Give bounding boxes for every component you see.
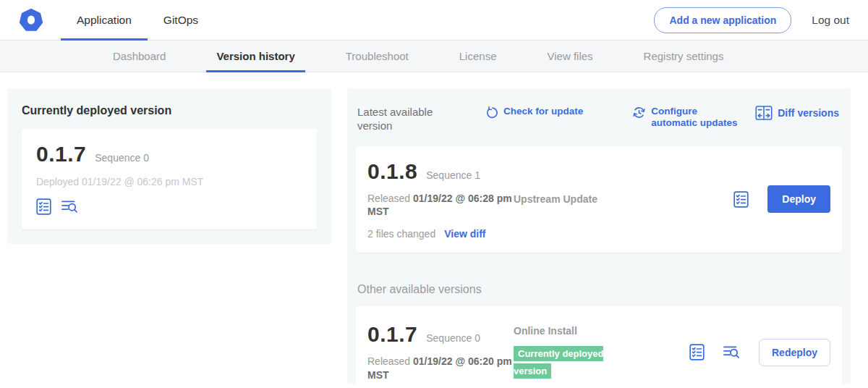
subnav-item-registry-settings[interactable]: Registry settings [634,41,734,72]
view-diff-link[interactable]: View diff [444,228,485,240]
diff-icon [755,106,773,120]
currently-deployed-badge: Currently deployed version [514,346,603,379]
logout-link[interactable]: Log out [812,14,849,27]
preflight-checks-icon[interactable] [36,198,51,215]
add-application-button[interactable]: Add a new application [654,7,791,33]
latest-available-title: Latest available version [357,106,446,133]
latest-version-number: 0.1.8 [367,159,417,184]
view-logs-icon[interactable] [61,199,78,214]
other-released-timestamp: Released 01/19/22 @ 06:20 pm MST [367,355,514,382]
view-logs-icon[interactable] [723,345,740,360]
other-version-source-block: Online Install Currently deployed versio… [514,325,637,380]
version-card-other: 0.1.7 Sequence 0 Released 01/19/22 @ 06:… [356,306,842,388]
app-logo[interactable] [19,8,43,33]
available-versions-panel: Latest available version Check for updat… [347,88,851,384]
other-version-source: Online Install [514,325,637,337]
auto-update-clock-icon [632,106,646,119]
subnav-item-license[interactable]: License [449,41,507,72]
other-versions-title: Other available versions [357,283,841,296]
other-sequence: Sequence 0 [426,332,480,344]
version-card-latest: 0.1.8 Sequence 1 Released 01/19/22 @ 06:… [356,146,842,253]
nav-tab-label: Application [77,14,132,27]
subnav-item-view-files[interactable]: View files [537,41,603,72]
top-nav: Application GitOps Add a new application… [0,0,868,41]
deployed-version-number: 0.1.7 [36,142,86,166]
diff-versions-action[interactable]: Diff versions [755,106,839,120]
panel-title: Currently deployed version [22,104,317,117]
kots-admin-console: Application GitOps Add a new application… [0,0,868,388]
other-version-number: 0.1.7 [367,322,417,347]
subnav-item-version-history[interactable]: Version history [206,41,305,72]
latest-sequence: Sequence 1 [426,169,480,181]
deployed-version-card: 0.1.7 Sequence 0 Deployed 01/19/22 @ 06:… [22,129,317,229]
latest-released-timestamp: Released 01/19/22 @ 06:28 pm MST [367,192,514,219]
latest-version-source: Upstream Update [514,193,637,205]
deployed-timestamp: Deployed 01/19/22 @ 06:26 pm MST [36,176,302,187]
subnav-item-dashboard[interactable]: Dashboard [103,41,176,72]
currently-deployed-panel: Currently deployed version 0.1.7 Sequenc… [7,88,331,244]
deploy-button[interactable]: Deploy [767,185,830,213]
preflight-checks-icon[interactable] [733,191,749,208]
main-content: Currently deployed version 0.1.7 Sequenc… [0,72,868,384]
subnav-item-troubleshoot[interactable]: Troubleshoot [336,41,419,72]
app-subnav: Dashboard Version history Troubleshoot L… [0,41,868,72]
preflight-checks-icon[interactable] [689,344,705,360]
check-for-update-action[interactable]: Check for update [485,106,583,119]
nav-tab-gitops[interactable]: GitOps [148,0,214,41]
heptagon-logo-icon [19,8,43,33]
nav-tab-application[interactable]: Application [61,0,148,41]
refresh-icon [485,106,498,119]
files-changed-count: 2 files changed [367,228,435,240]
nav-tab-label: GitOps [163,14,198,27]
redeploy-button[interactable]: Redeploy [759,339,830,366]
configure-auto-updates-action[interactable]: Configure automatic updates [632,106,745,129]
deployed-sequence: Sequence 0 [95,152,149,164]
available-header: Latest available version Check for updat… [357,106,839,133]
